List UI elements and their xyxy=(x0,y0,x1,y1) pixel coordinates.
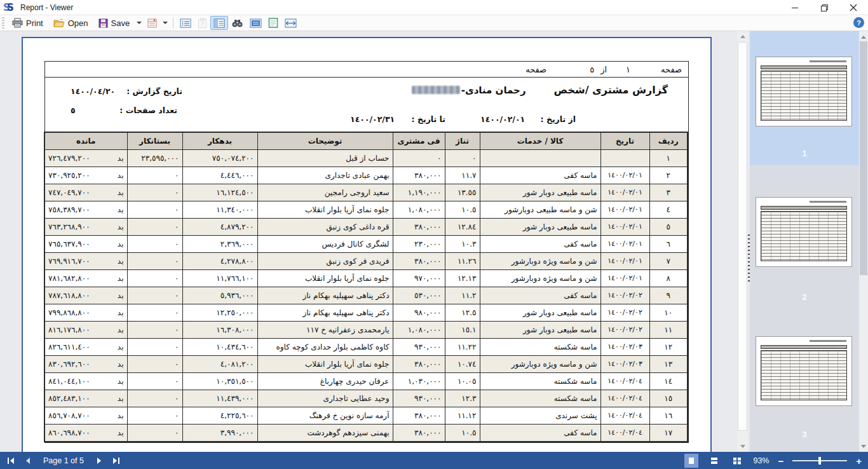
cell-debit: ١٦,١٢٤,٥٠٠ xyxy=(182,184,257,201)
first-page-button[interactable] xyxy=(5,455,17,466)
cell-date: ١٤٠٠/٠٢/٠٤ xyxy=(600,425,649,442)
thumbnails-scrollbar[interactable] xyxy=(859,31,868,452)
scrollbar-down-button[interactable] xyxy=(737,441,748,452)
customer-name: رحمان منادی- xyxy=(461,85,526,96)
help-button[interactable]: ? xyxy=(853,17,864,28)
cell-goods: ماسه طبیعی دوبار شور xyxy=(480,219,600,236)
viewer-scrollbar[interactable] xyxy=(737,31,748,452)
zoom-slider[interactable] xyxy=(792,456,847,465)
cell-row: ٢ xyxy=(649,167,688,184)
cell-balance: بد٨١٦,١٧٦,٨٠٠ xyxy=(44,322,127,339)
print-button[interactable]: Print xyxy=(7,16,48,30)
last-page-button[interactable] xyxy=(111,455,122,466)
cell-desc: عرفان حیدری چهارباغ xyxy=(257,373,393,390)
full-screen-icon xyxy=(250,18,262,28)
cell-balance: بد٧٣٠,٩٢٥,٢٠٠ xyxy=(44,167,127,184)
cell-debit: ١٠,٤٣٤,٦٠٠ xyxy=(182,339,257,356)
table-row: ١٦١٤٠٠/٠٢/٠٤پشت سرندی١١.١٢٣٨٠,٠٠٠آرمه سا… xyxy=(44,407,688,425)
bookmarks-button[interactable] xyxy=(177,16,194,30)
cell-desc: جلوه نمای آریا بلوار انقلاب xyxy=(257,270,393,287)
redacted-phone xyxy=(412,86,460,94)
one-page-button[interactable] xyxy=(265,16,281,30)
multiple-pages-view-button[interactable] xyxy=(730,454,744,468)
first-page-icon xyxy=(6,457,15,465)
full-screen-button[interactable] xyxy=(247,16,265,30)
next-page-button[interactable] xyxy=(93,455,105,466)
scrollbar-thumb[interactable] xyxy=(738,42,747,431)
save-button[interactable]: Save xyxy=(93,16,135,30)
thumbnail-page-3[interactable]: 3 xyxy=(750,306,859,446)
thumbnail-image xyxy=(756,57,852,126)
open-folder-icon xyxy=(53,18,65,28)
table-row: ١٤١٤٠٠/٠٢/٠٤ماسه شکسته١٠.٠٥١,٠٣٠,٠٠٠عرفا… xyxy=(44,373,688,390)
cell-goods: ماسه طبیعی دوبار شور xyxy=(480,184,600,201)
cell-date: ١٤٠٠/٠٢/٠١ xyxy=(600,253,649,270)
cell-desc: فریدی فر کوی زنبق xyxy=(257,253,393,270)
toolbar-grip[interactable] xyxy=(2,17,4,29)
cell-goods: شن و ماسه طبیعی دوبارشور xyxy=(480,201,600,219)
zoom-slider-handle[interactable] xyxy=(818,457,821,465)
thumbnail-page-2[interactable]: 2 xyxy=(750,165,859,306)
cell-goods: ماسه شکسته xyxy=(480,373,600,390)
cell-balance: بد٧٥٨,٣٨٩,٧٠٠ xyxy=(44,201,127,219)
cell-tonnage: ١١.٧ xyxy=(445,167,480,184)
thumbnail-page-1[interactable]: 1 xyxy=(750,31,859,165)
next-page-icon xyxy=(95,457,103,465)
thumbnails-scrollbar-thumb[interactable] xyxy=(860,41,867,275)
export-dropdown-caret[interactable] xyxy=(163,22,168,24)
cell-tonnage: ١٠.٠٥ xyxy=(445,373,480,390)
thumbnails-scroll-up-button[interactable] xyxy=(859,32,868,41)
report-table: ردیفتاریخکالا / خدماتتناژفی مشتریتوضیحات… xyxy=(44,132,688,442)
find-button[interactable] xyxy=(228,16,247,30)
previous-page-button[interactable] xyxy=(22,455,34,466)
column-header: مانده xyxy=(44,132,127,150)
export-icon xyxy=(147,18,158,29)
cell-tonnage: ١٢.٣ xyxy=(445,390,480,407)
restore-icon xyxy=(820,4,829,12)
cell-row: ١ xyxy=(649,150,688,167)
table-row: ١٥١٤٠٠/٠٢/٠٤ماسه شکسته١٢.٣٩٣٠,٠٠٠وحید عط… xyxy=(44,390,688,407)
thumbnails-scroll-down-button[interactable] xyxy=(859,442,868,451)
open-button[interactable]: Open xyxy=(48,16,93,30)
cell-goods: ماسه طبیعی دوبار شور xyxy=(480,322,600,339)
cell-credit: ٠ xyxy=(127,304,182,322)
cell-debit: ٤,٢٧٨,٨٠٠ xyxy=(182,253,257,270)
app-logo-icon: S S xyxy=(3,2,16,13)
cell-row: ٧ xyxy=(649,253,688,270)
pages-count-value: ٥ xyxy=(71,105,76,115)
cell-balance: بد٧٦٩,٩١٦,٧٠٠ xyxy=(44,253,127,270)
from-date-value: ١٤٠٠/٠٢/٠١ xyxy=(480,114,525,124)
window-title: Report - Viewer xyxy=(20,3,73,12)
strip-word-page: صفحه xyxy=(661,65,682,74)
close-button[interactable] xyxy=(839,0,868,15)
save-dropdown-caret[interactable] xyxy=(137,22,142,24)
report-date-value: ١٤٠٠/٠٤/٢٠ xyxy=(71,86,115,96)
cell-goods: ماسه کفی xyxy=(480,236,600,253)
thumbnails-icon xyxy=(214,18,225,28)
continuous-view-button[interactable] xyxy=(707,454,721,468)
minimize-button[interactable] xyxy=(780,0,810,15)
cell-debit: ٥,٩٣٦,٠٠٠ xyxy=(182,287,257,304)
scrollbar-up-button[interactable] xyxy=(737,31,748,42)
save-label: Save xyxy=(111,18,130,28)
thumbnails-button[interactable] xyxy=(210,16,228,30)
cell-row: ٤ xyxy=(649,201,688,219)
page-width-button[interactable] xyxy=(281,16,300,30)
zoom-out-button[interactable]: − xyxy=(778,456,783,466)
cell-tonnage: ١٢.١٣ xyxy=(445,270,480,287)
zoom-in-button[interactable]: + xyxy=(856,456,862,466)
cell-price: ١,٠٨٠,٠٠٠ xyxy=(393,201,445,219)
cell-balance: بد٧٩٩,٨٦٨,٨٠٠ xyxy=(44,304,127,322)
report-header: گزارش مشتری /شخص رحمان منادی- تاریخ گزار… xyxy=(45,78,688,132)
export-button[interactable] xyxy=(144,16,161,30)
column-header: فی مشتری xyxy=(393,132,445,150)
column-header: بدهکار xyxy=(182,132,257,150)
cell-row: ١٢ xyxy=(649,339,688,356)
table-row: ٧١٤٠٠/٠٢/٠١شن و ماسه ویژه دوبارشور١١.٢٦٣… xyxy=(44,253,688,270)
table-row: ٨١٤٠٠/٠٢/٠١شن و ماسه ویژه دوبارشور١٢.١٣٩… xyxy=(44,270,688,287)
cell-desc: بهمنی سیزدهم گوهردشت xyxy=(257,425,393,442)
single-page-view-button[interactable] xyxy=(684,454,698,468)
cell-row: ١٥ xyxy=(649,390,688,407)
restore-button[interactable] xyxy=(810,0,839,15)
strip-total-pages: ٥ xyxy=(590,65,594,74)
